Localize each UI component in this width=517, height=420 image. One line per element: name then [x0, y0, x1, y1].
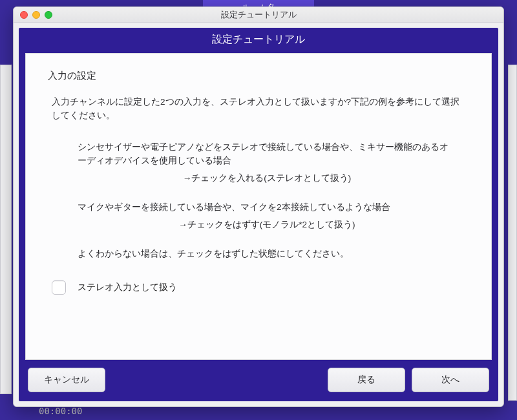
- case-mono-action: →チェックをはずす(モノラル*2として扱う): [78, 218, 456, 232]
- stereo-checkbox[interactable]: [52, 280, 66, 295]
- case-mono: マイクやギターを接続している場合や、マイクを2本接続しているような場合 →チェッ…: [78, 201, 456, 232]
- stereo-checkbox-row: ステレオ入力として扱う: [52, 280, 469, 295]
- traffic-lights: [14, 11, 52, 19]
- dialog-header: 設定チュートリアル: [19, 28, 498, 53]
- case-mono-desc: マイクやギターを接続している場合や、マイクを2本接続しているような場合: [78, 201, 456, 215]
- dialog-footer: キャンセル 戻る 次へ: [19, 360, 498, 401]
- case-stereo: シンセサイザーや電子ピアノなどをステレオで接続している場合や、ミキサー機能のある…: [78, 141, 456, 185]
- bg-panel-right: [508, 65, 517, 401]
- back-button[interactable]: 戻る: [328, 368, 405, 392]
- bg-panel-left: [0, 65, 12, 394]
- cancel-button[interactable]: キャンセル: [28, 368, 105, 392]
- section-title: 入力の設定: [48, 68, 469, 83]
- dialog-body: 入力の設定 入力チャンネルに設定した2つの入力を、ステレオ入力として扱いますか?…: [25, 53, 492, 360]
- intro-text: 入力チャンネルに設定した2つの入力を、ステレオ入力として扱いますか?下記の例を参…: [52, 96, 465, 123]
- zoom-icon[interactable]: [45, 11, 52, 19]
- window-title: 設定チュートリアル: [14, 9, 503, 21]
- tutorial-dialog: 設定チュートリアル 入力の設定 入力チャンネルに設定した2つの入力を、ステレオ入…: [19, 28, 498, 401]
- minimize-icon[interactable]: [32, 11, 40, 19]
- tutorial-window: 設定チュートリアル 設定チュートリアル 入力の設定 入力チャンネルに設定した2つ…: [13, 6, 504, 407]
- next-button[interactable]: 次へ: [412, 368, 489, 392]
- bg-timestamp: 00:00:00: [39, 406, 82, 416]
- window-titlebar: 設定チュートリアル: [14, 7, 503, 23]
- close-icon[interactable]: [20, 11, 28, 19]
- case-stereo-desc: シンセサイザーや電子ピアノなどをステレオで接続している場合や、ミキサー機能のある…: [78, 141, 456, 168]
- note-text: よくわからない場合は、チェックをはずした状態にしてください。: [78, 247, 469, 261]
- stereo-checkbox-label: ステレオ入力として扱う: [78, 280, 177, 295]
- case-stereo-action: →チェックを入れる(ステレオとして扱う): [78, 172, 456, 185]
